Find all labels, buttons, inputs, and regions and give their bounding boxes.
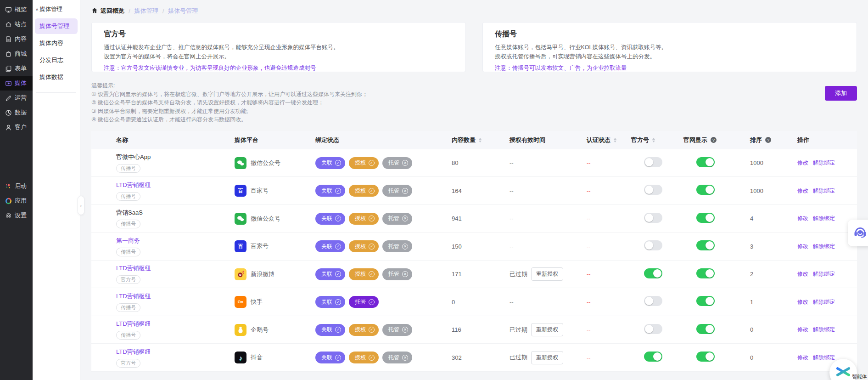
card-note: 注意：传播号可以发布软文、广告，为企业拉取流量 [495,64,845,72]
binding-badge-关联[interactable]: 关联✓ [315,157,345,169]
binding-badge-托管[interactable]: 托管✕ [382,240,412,252]
binding-badge-授权[interactable]: 授权✓ [349,324,379,336]
official-account-toggle[interactable] [644,185,662,195]
edit-link[interactable]: 修改 [797,243,808,250]
edit-link[interactable]: 修改 [797,326,808,334]
binding-badge-关联[interactable]: 关联✓ [315,240,345,252]
official-account-toggle[interactable] [644,157,662,167]
binding-badge-关联[interactable]: 关联✓ [315,213,345,225]
sidebar-item-data[interactable]: 数据 [0,105,33,120]
site-display-toggle[interactable] [696,268,715,278]
official-account-toggle[interactable] [644,296,662,306]
cross-icon: ✕ [402,188,408,194]
site-display-toggle[interactable] [696,296,715,306]
sidebar-item-mall[interactable]: 商城 [0,46,33,61]
unbind-link[interactable]: 解除绑定 [813,243,835,250]
sidebar-item-overview[interactable]: 概览 [0,2,33,17]
edit-link[interactable]: 修改 [797,270,808,278]
help-icon[interactable]: ? [711,137,717,143]
binding-badge-关联[interactable]: 关联✓ [315,296,345,308]
edit-link[interactable]: 修改 [797,159,808,167]
media-name[interactable]: LTD营销枢纽 [116,320,235,328]
official-account-toggle[interactable] [644,324,662,334]
unbind-link[interactable]: 解除绑定 [813,354,835,362]
binding-badge-托管[interactable]: 托管✓ [349,296,379,308]
binding-badge-授权[interactable]: 授权✓ [349,240,379,252]
binding-badge-授权[interactable]: 授权✓ [349,268,379,280]
submenu-item-媒体内容[interactable]: 媒体内容 [35,35,78,51]
breadcrumb-crumb-1[interactable]: 媒体管理 [134,7,158,15]
sidebar-item-form[interactable]: 表单 [0,61,33,76]
media-name[interactable]: LTD营销枢纽 [116,181,235,189]
unbind-link[interactable]: 解除绑定 [813,298,835,306]
sidebar-item-settings[interactable]: 设置 [0,208,33,223]
reauthorize-button[interactable]: 重新授权 [531,267,563,281]
douyin-icon: ♪ [235,352,246,363]
binding-badge-托管[interactable]: 托管✕ [382,324,412,336]
unbind-link[interactable]: 解除绑定 [813,215,835,222]
official-account-toggle[interactable] [644,352,662,362]
binding-badge-托管[interactable]: 托管✕ [382,268,412,280]
submenu-item-媒体数据[interactable]: 媒体数据 [35,69,78,85]
media-name[interactable]: LTD营销枢纽 [116,348,235,356]
sidebar-item-operation[interactable]: 运营 [0,91,33,105]
reauthorize-button[interactable]: 重新授权 [531,323,563,336]
site-display-toggle[interactable] [696,352,715,362]
sidebar-item-site[interactable]: 站点 [0,17,33,32]
edit-link[interactable]: 修改 [797,354,808,362]
binding-badge-托管[interactable]: 托管✕ [382,352,412,363]
content-count: 302 [452,354,510,361]
breadcrumb-home[interactable]: 返回概览 [91,7,124,15]
binding-badge-托管[interactable]: 托管✕ [382,213,412,225]
sort-icon[interactable] [614,138,616,142]
site-display-toggle[interactable] [696,213,715,223]
submenu-item-媒体号管理[interactable]: 媒体号管理 [35,18,78,34]
edit-link[interactable]: 修改 [797,298,808,306]
binding-badge-关联[interactable]: 关联✓ [315,185,345,197]
sidebar-item-customer[interactable]: 客户 [0,120,33,135]
sidebar-collapse-handle[interactable]: ‹ [78,196,84,215]
binding-badge-授权[interactable]: 授权✓ [349,352,379,363]
binding-badge-授权[interactable]: 授权✓ [349,185,379,197]
site-display-toggle[interactable] [696,157,715,167]
sidebar-item-content[interactable]: 内容 [0,32,33,46]
sort-icon[interactable] [479,138,482,142]
official-account-toggle[interactable] [644,240,662,250]
unbind-link[interactable]: 解除绑定 [813,326,835,334]
sort-icon[interactable] [652,138,655,142]
site-display-toggle[interactable] [696,185,715,195]
unbind-link[interactable]: 解除绑定 [813,270,835,278]
submenu-group-header[interactable]: ∧ 媒体管理 [33,5,80,17]
unbind-link[interactable]: 解除绑定 [813,159,835,167]
customer-service-widget[interactable] [848,220,868,246]
reauthorize-button[interactable]: 重新授权 [531,351,563,364]
breadcrumb-crumb-2[interactable]: 媒体号管理 [168,7,198,15]
submenu-item-分发日志[interactable]: 分发日志 [35,52,78,68]
platform-label: 微信公众号 [251,215,280,223]
binding-badge-授权[interactable]: 授权✓ [349,213,379,225]
site-display-toggle[interactable] [696,324,715,334]
unbind-link[interactable]: 解除绑定 [813,187,835,195]
sidebar-item-media[interactable]: 媒体 [0,76,33,91]
site-display-toggle[interactable] [696,240,715,250]
help-icon[interactable]: ? [765,137,771,143]
edit-link[interactable]: 修改 [797,215,808,222]
media-name[interactable]: LTD营销枢纽 [116,292,235,301]
add-button[interactable]: 添加 [825,86,857,101]
binding-badge-托管[interactable]: 托管✕ [382,185,412,197]
media-name[interactable]: 第一商务 [116,237,235,245]
binding-badge-授权[interactable]: 授权✓ [349,157,379,169]
sidebar-item-apps[interactable]: 应用 [0,193,33,208]
official-account-toggle[interactable] [644,268,662,278]
binding-badge-关联[interactable]: 关联✓ [315,324,345,336]
sidebar-item-label: 表单 [15,64,27,73]
binding-badge-托管[interactable]: 托管✕ [382,157,412,169]
edit-link[interactable]: 修改 [797,187,808,195]
official-account-toggle[interactable] [644,213,662,223]
content-count: 80 [452,159,510,166]
sidebar-item-launch[interactable]: 启动 [0,179,33,193]
media-name[interactable]: LTD营销枢纽 [116,264,235,272]
binding-badge-关联[interactable]: 关联✓ [315,352,345,363]
content-icon [5,36,12,43]
binding-badge-关联[interactable]: 关联✓ [315,268,345,280]
